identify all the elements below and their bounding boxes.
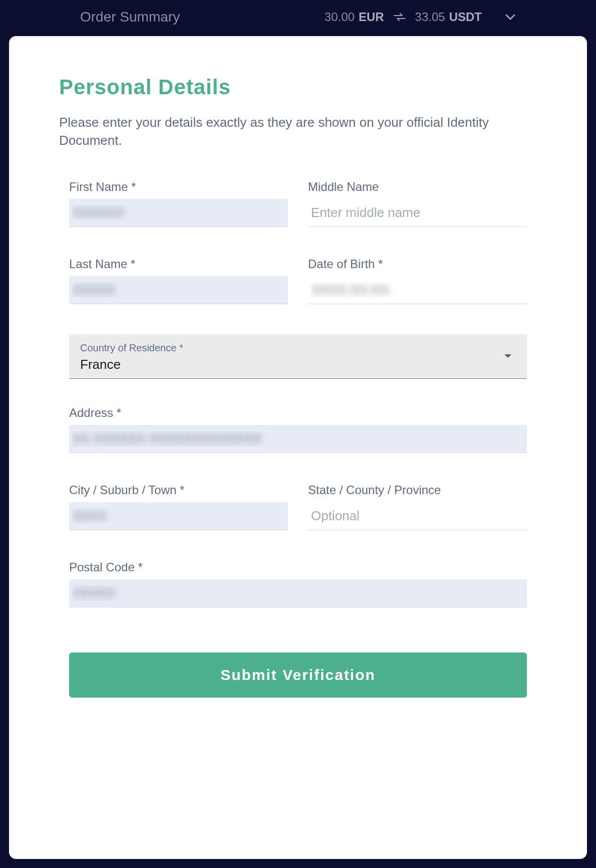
to-amount-group: 33.05 USDT xyxy=(415,10,482,24)
state-field: State / County / Province xyxy=(308,483,527,530)
first-name-input[interactable] xyxy=(69,199,288,227)
order-summary-bar: Order Summary 30.00 EUR 33.05 USDT xyxy=(25,0,571,36)
address-field: Address * xyxy=(69,406,527,453)
middle-name-field: Middle Name xyxy=(308,180,527,227)
address-input[interactable] xyxy=(69,425,527,453)
postal-input[interactable] xyxy=(69,579,527,607)
dob-label: Date of Birth * xyxy=(308,257,527,271)
from-amount: 30.00 xyxy=(325,10,355,24)
city-field: City / Suburb / Town * xyxy=(69,483,288,530)
middle-name-input[interactable] xyxy=(308,199,527,227)
country-select[interactable]: Country of Residence * France xyxy=(69,334,527,379)
postal-label: Postal Code * xyxy=(69,560,527,574)
state-input[interactable] xyxy=(308,502,527,530)
postal-field: Postal Code * xyxy=(69,560,527,607)
address-label: Address * xyxy=(69,406,527,420)
from-currency: EUR xyxy=(359,10,384,24)
city-input[interactable] xyxy=(69,502,288,530)
order-summary-amounts[interactable]: 30.00 EUR 33.05 USDT xyxy=(325,10,516,24)
first-name-label: First Name * xyxy=(69,180,288,194)
from-amount-group: 30.00 EUR xyxy=(325,10,384,24)
country-label: Country of Residence * xyxy=(80,342,516,354)
swap-icon xyxy=(393,12,406,22)
personal-details-card: Personal Details Please enter your detai… xyxy=(9,36,587,859)
last-name-input[interactable] xyxy=(69,276,288,304)
dob-field: Date of Birth * xyxy=(308,257,527,304)
instructions-text: Please enter your details exactly as the… xyxy=(59,113,537,150)
order-summary-title: Order Summary xyxy=(80,9,180,25)
dropdown-arrow-icon xyxy=(504,352,512,361)
dob-input[interactable] xyxy=(308,276,527,304)
middle-name-label: Middle Name xyxy=(308,180,527,194)
first-name-field: First Name * xyxy=(69,180,288,227)
to-amount: 33.05 xyxy=(415,10,445,24)
city-label: City / Suburb / Town * xyxy=(69,483,288,497)
chevron-down-icon[interactable] xyxy=(505,14,516,21)
state-label: State / County / Province xyxy=(308,483,527,497)
last-name-field: Last Name * xyxy=(69,257,288,304)
to-currency: USDT xyxy=(449,10,482,24)
submit-verification-button[interactable]: Submit Verification xyxy=(69,653,527,698)
country-value: France xyxy=(80,357,516,372)
last-name-label: Last Name * xyxy=(69,257,288,271)
page-heading: Personal Details xyxy=(59,75,537,99)
